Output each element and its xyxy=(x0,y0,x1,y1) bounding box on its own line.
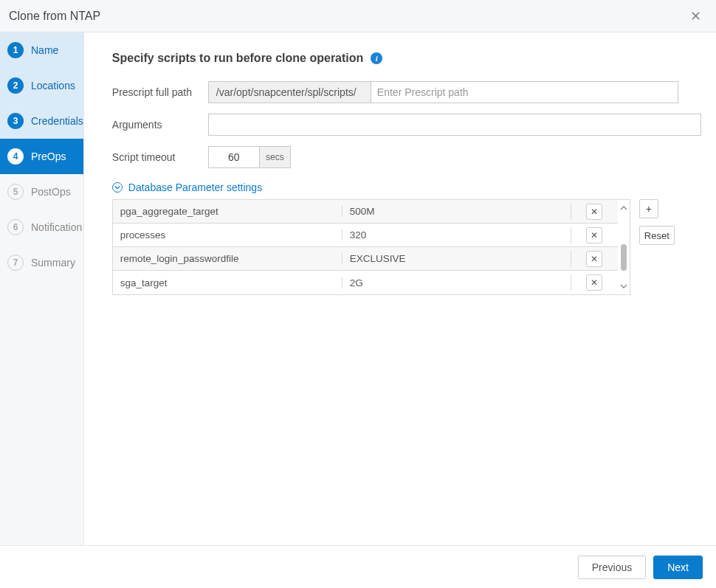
prescript-input[interactable] xyxy=(371,81,678,103)
add-param-button[interactable]: + xyxy=(639,199,658,218)
param-value[interactable]: 2G xyxy=(342,277,571,288)
chevron-down-icon xyxy=(112,182,123,193)
timeout-input[interactable] xyxy=(208,146,260,168)
param-value[interactable]: EXCLUSIVE xyxy=(342,253,571,264)
dialog-footer: Previous Next xyxy=(0,545,716,588)
timeout-row: Script timeout secs xyxy=(112,146,701,168)
step-notification[interactable]: 6 Notification xyxy=(0,210,83,245)
step-number-badge: 4 xyxy=(7,148,24,165)
table-row: remote_login_passwordfile EXCLUSIVE ✕ xyxy=(113,247,618,271)
step-number-badge: 7 xyxy=(7,255,24,271)
dialog-title: Clone from NTAP xyxy=(9,10,100,23)
content-area: Specify scripts to run before clone oper… xyxy=(84,32,716,545)
step-number-badge: 3 xyxy=(7,113,24,129)
delete-row-button[interactable]: ✕ xyxy=(586,251,602,267)
prescript-row: Prescript full path /var/opt/snapcenter/… xyxy=(112,81,701,103)
step-label: Credentials xyxy=(31,115,83,127)
section-title-text: Specify scripts to run before clone oper… xyxy=(112,52,364,65)
scroll-up-icon xyxy=(620,204,627,212)
next-button[interactable]: Next xyxy=(653,556,703,579)
section-title: Specify scripts to run before clone oper… xyxy=(112,52,701,65)
table-row: sga_target 2G ✕ xyxy=(113,271,618,294)
step-label: Name xyxy=(31,44,58,56)
step-credentials[interactable]: 3 Credentials xyxy=(0,103,83,139)
step-number-badge: 1 xyxy=(7,42,24,58)
arguments-input[interactable] xyxy=(208,114,701,136)
step-label: PostOps xyxy=(31,186,71,198)
param-value[interactable]: 500M xyxy=(342,206,571,217)
close-icon[interactable]: ✕ xyxy=(687,5,704,27)
delete-row-button[interactable]: ✕ xyxy=(586,227,602,243)
step-number-badge: 6 xyxy=(7,219,24,235)
prescript-label: Prescript full path xyxy=(112,86,208,98)
db-params-table: pga_aggregate_target 500M ✕ processes 32… xyxy=(112,199,630,295)
step-label: Locations xyxy=(31,80,75,91)
timeout-unit: secs xyxy=(260,146,291,168)
step-label: PreOps xyxy=(31,151,66,162)
param-name: pga_aggregate_target xyxy=(113,206,342,217)
step-name[interactable]: 1 Name xyxy=(0,32,83,68)
delete-row-button[interactable]: ✕ xyxy=(586,274,602,291)
step-preops[interactable]: 4 PreOps xyxy=(0,139,83,174)
arguments-row: Arguments xyxy=(112,114,701,136)
param-name: processes xyxy=(113,229,342,241)
scroll-down-icon xyxy=(620,283,627,290)
prescript-prefix: /var/opt/snapcenter/spl/scripts/ xyxy=(208,81,371,103)
step-label: Notification xyxy=(31,221,82,233)
previous-button[interactable]: Previous xyxy=(578,556,646,579)
db-params-toggle[interactable]: Database Parameter settings xyxy=(112,181,701,193)
dialog-header: Clone from NTAP ✕ xyxy=(0,0,716,32)
step-locations[interactable]: 2 Locations xyxy=(0,68,83,103)
scroll-thumb[interactable] xyxy=(621,244,627,271)
param-name: remote_login_passwordfile xyxy=(113,253,342,264)
delete-row-button[interactable]: ✕ xyxy=(586,204,602,220)
param-name: sga_target xyxy=(113,277,342,288)
step-postops[interactable]: 5 PostOps xyxy=(0,174,83,210)
table-row: processes 320 ✕ xyxy=(113,224,618,247)
reset-params-button[interactable]: Reset xyxy=(639,226,675,245)
step-number-badge: 5 xyxy=(7,184,24,200)
table-scrollbar[interactable] xyxy=(618,200,630,294)
param-value[interactable]: 320 xyxy=(342,229,571,241)
info-icon[interactable]: i xyxy=(371,52,382,64)
step-label: Summary xyxy=(31,257,75,269)
arguments-label: Arguments xyxy=(112,119,208,131)
db-params-header-text: Database Parameter settings xyxy=(128,181,262,193)
step-summary[interactable]: 7 Summary xyxy=(0,245,83,280)
wizard-steps-sidebar: 1 Name 2 Locations 3 Credentials 4 PreOp… xyxy=(0,32,84,545)
step-number-badge: 2 xyxy=(7,77,24,94)
table-row: pga_aggregate_target 500M ✕ xyxy=(113,200,618,224)
timeout-label: Script timeout xyxy=(112,151,208,163)
